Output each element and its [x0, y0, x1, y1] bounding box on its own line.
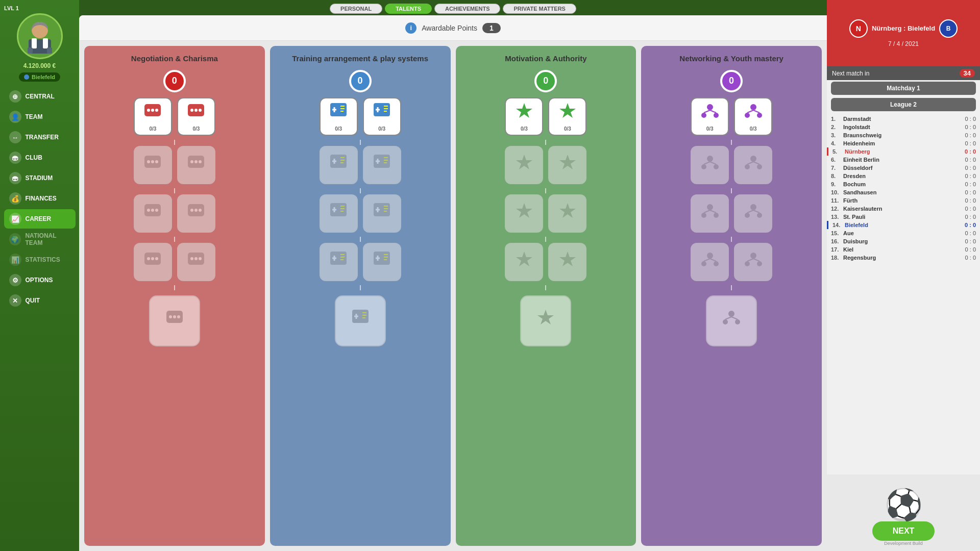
skill-node-big-net[interactable]: [706, 295, 757, 346]
connector-big-neg: [174, 285, 175, 290]
skill-node-train-0-0[interactable]: 0/3: [320, 97, 358, 136]
level-badge: LVL 1: [4, 5, 19, 11]
league-row: 13.St. Pauli0 : 0: [827, 213, 980, 221]
team-icon: 👤: [9, 111, 21, 123]
skill-node-neg-1-0[interactable]: [134, 146, 172, 184]
skill-node-net-0-0[interactable]: 0/3: [691, 97, 729, 136]
svg-point-27: [190, 209, 193, 212]
skill-node-neg-3-0[interactable]: [134, 243, 172, 281]
skill-node-net-0-1[interactable]: 0/3: [734, 97, 772, 136]
skill-node-net-3-0[interactable]: [691, 243, 729, 281]
league-score: 0 : 0: [950, 116, 976, 122]
sidebar-item-team[interactable]: 👤TEAM: [4, 107, 76, 127]
svg-marker-97: [559, 103, 576, 118]
league-row: 3.Braunschweig0 : 0: [827, 131, 980, 139]
league-team-name: St. Pauli: [843, 214, 948, 220]
skill-icon-neg-0-1: [186, 101, 206, 125]
svg-marker-101: [559, 203, 576, 218]
skill-node-train-3-0[interactable]: [320, 243, 358, 281]
skill-node-neg-2-1[interactable]: [177, 194, 215, 233]
skill-progress-net-0-1: 0/3: [750, 126, 757, 132]
league-team-name: Ingolstadt: [843, 124, 948, 130]
skill-node-neg-0-1[interactable]: 0/3: [177, 97, 215, 136]
skill-node-train-0-1[interactable]: 0/3: [363, 97, 401, 136]
sidebar-item-central[interactable]: ⊕CENTRAL: [4, 87, 76, 106]
tab-talents[interactable]: TALENTS: [385, 4, 432, 14]
sidebar-item-club[interactable]: 🏟CLUB: [4, 148, 76, 167]
skill-node-net-1-1[interactable]: [734, 146, 772, 184]
league-row: 4.Heidenheim0 : 0: [827, 139, 980, 147]
svg-point-127: [714, 213, 719, 218]
league-row: 2.Ingolstadt0 : 0: [827, 123, 980, 131]
skill-node-motiv-0-0[interactable]: 0/3: [505, 97, 543, 136]
connector-v-neg-3: [174, 237, 175, 242]
skill-icon-motiv-2-1: [557, 201, 578, 225]
svg-point-8: [151, 109, 154, 112]
tab-private-matters[interactable]: PRIVATE MATTERS: [503, 4, 576, 14]
club-badge: Bielefeld: [19, 72, 60, 82]
skill-node-net-3-1[interactable]: [734, 243, 772, 281]
skill-node-motiv-2-1[interactable]: [548, 194, 586, 233]
right-panel: N Nürnberg : Bielefeld B 7 / 4 / 2021 Ne…: [827, 0, 980, 551]
options-icon: ⚙: [9, 274, 21, 286]
sidebar-item-quit[interactable]: ✕QUIT: [4, 291, 76, 310]
skill-node-net-2-1[interactable]: [734, 194, 772, 233]
skill-node-motiv-2-0[interactable]: [505, 194, 543, 233]
skill-node-neg-2-0[interactable]: [134, 194, 172, 233]
league-team-name: Bochum: [843, 181, 948, 187]
skill-node-big-neg[interactable]: [149, 295, 200, 346]
skill-row-train-3: [320, 243, 401, 281]
svg-rect-5: [47, 47, 52, 54]
tab-achievements[interactable]: ACHIEVEMENTS: [434, 4, 500, 14]
skill-column-train: Training arrangement & play systems00/30…: [270, 46, 451, 546]
skill-column-neg: Negotiation & Charisma00/30/3: [84, 46, 265, 546]
skill-node-net-2-0[interactable]: [691, 194, 729, 233]
tab-personal[interactable]: PERSONAL: [330, 4, 382, 14]
league-pos: 15.: [831, 230, 841, 236]
skill-node-motiv-3-0[interactable]: [505, 243, 543, 281]
sidebar-item-finances[interactable]: 💰FINANCES: [4, 189, 76, 208]
skill-node-motiv-0-1[interactable]: 0/3: [548, 97, 586, 136]
skill-progress-train-0-0: 0/3: [335, 126, 342, 132]
skill-node-net-1-0[interactable]: [691, 146, 729, 184]
skill-node-neg-0-0[interactable]: 0/3: [134, 97, 172, 136]
skill-node-motiv-1-0[interactable]: [505, 146, 543, 184]
skill-node-train-1-1[interactable]: [363, 146, 401, 184]
skill-row-train-1: [320, 146, 401, 184]
skill-progress-motiv-0-0: 0/3: [521, 126, 528, 132]
skill-icon-neg-2-1: [186, 201, 206, 225]
league-score: 0 : 0: [950, 148, 976, 155]
svg-point-7: [147, 109, 150, 112]
next-match-bar: Next match in 34: [827, 66, 980, 80]
skill-node-train-2-1[interactable]: [363, 194, 401, 233]
sidebar-item-career[interactable]: 📈CAREER: [4, 209, 76, 229]
league-btn[interactable]: League 2: [831, 98, 976, 111]
skill-node-motiv-3-1[interactable]: [548, 243, 586, 281]
skill-icon-train-2-0: [328, 201, 349, 225]
sidebar-item-transfer[interactable]: ↔TRANSFER: [4, 128, 76, 147]
skill-node-motiv-1-1[interactable]: [548, 146, 586, 184]
skill-node-big-motiv[interactable]: [520, 295, 571, 346]
connector-v-motiv-3: [545, 237, 546, 242]
skill-progress-neg-0-1: 0/3: [192, 126, 200, 132]
skill-node-neg-3-1[interactable]: [177, 243, 215, 281]
sidebar-item-options[interactable]: ⚙OPTIONS: [4, 270, 76, 290]
level-indicator-motiv: 0: [534, 70, 557, 92]
nav-label-central: CENTRAL: [26, 93, 55, 100]
skill-node-train-1-0[interactable]: [320, 146, 358, 184]
svg-line-123: [747, 162, 753, 164]
next-button[interactable]: NEXT: [872, 521, 935, 541]
finances-icon: 💰: [9, 192, 21, 205]
skill-node-train-3-1[interactable]: [363, 243, 401, 281]
skill-icon-net-3-0: [700, 249, 720, 273]
skill-node-big-train[interactable]: [335, 295, 386, 346]
skill-node-train-2-0[interactable]: [320, 194, 358, 233]
connector-v-motiv-2: [545, 188, 546, 193]
matchday-btn[interactable]: Matchday 1: [831, 82, 976, 95]
league-team-name: Heidenheim: [843, 140, 948, 146]
skill-icon-train-2-1: [372, 201, 392, 225]
skill-icon-train-3-0: [328, 249, 349, 273]
skill-node-neg-1-1[interactable]: [177, 146, 215, 184]
league-row: 10.Sandhausen0 : 0: [827, 188, 980, 196]
sidebar-item-stadium[interactable]: 🏟STADIUM: [4, 168, 76, 188]
